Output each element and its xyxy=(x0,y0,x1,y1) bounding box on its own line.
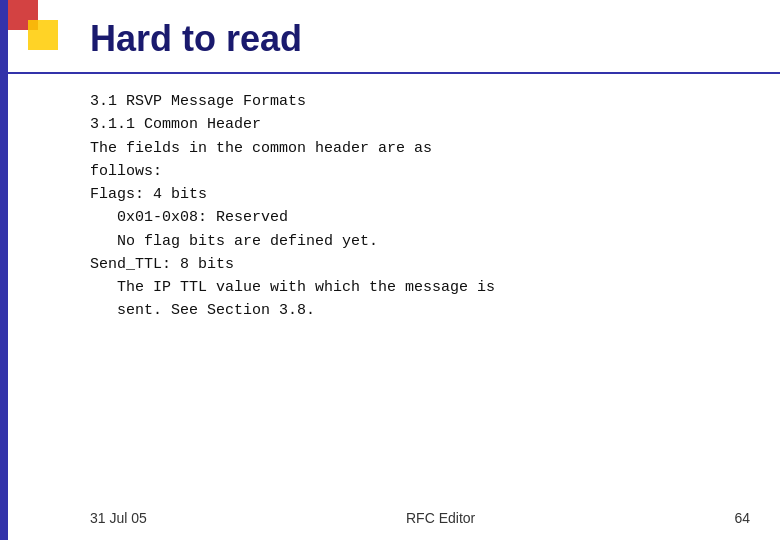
corner-decoration xyxy=(8,0,68,60)
footer-page-number: 64 xyxy=(734,510,750,526)
content-area: 3.1 RSVP Message Formats 3.1.1 Common He… xyxy=(90,90,760,323)
slide-title: Hard to read xyxy=(90,18,302,60)
slide-container: Hard to read 3.1 RSVP Message Formats 3.… xyxy=(0,0,780,540)
title-rule xyxy=(8,72,780,74)
footer: 31 Jul 05 RFC Editor 64 xyxy=(0,510,780,526)
content-text: 3.1 RSVP Message Formats 3.1.1 Common He… xyxy=(90,90,760,323)
footer-date: 31 Jul 05 xyxy=(90,510,147,526)
left-accent-bar xyxy=(0,0,8,540)
footer-center: RFC Editor xyxy=(406,510,475,526)
yellow-block xyxy=(28,20,58,50)
